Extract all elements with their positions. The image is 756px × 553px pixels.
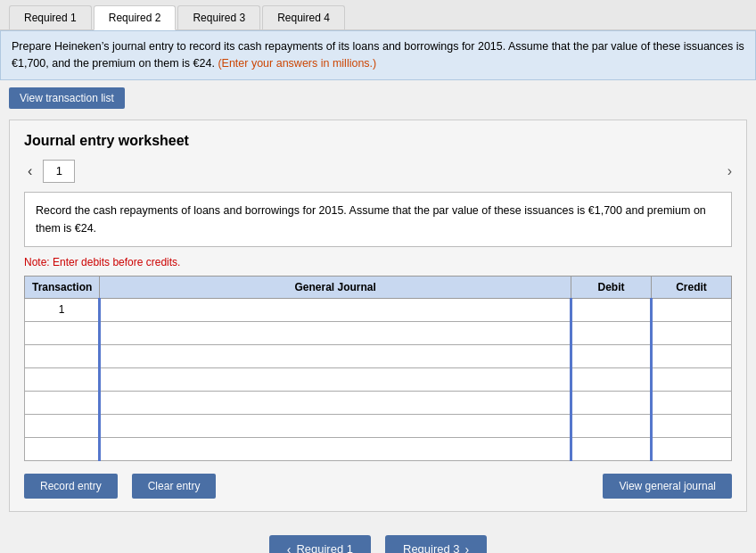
transaction-cell (25, 391, 100, 414)
credit-cell (652, 414, 732, 437)
debit-cell (571, 367, 652, 391)
credit-cell (652, 391, 732, 414)
worksheet-container: Journal entry worksheet ‹ 1 › Record the… (9, 120, 747, 512)
credit-input[interactable] (653, 415, 731, 437)
next-required-label: Required 3 (403, 542, 460, 553)
transaction-cell (25, 367, 100, 391)
credit-input[interactable] (653, 392, 731, 414)
instruction-text: Prepare Heineken’s journal entry to reco… (12, 40, 744, 70)
credit-cell (652, 437, 732, 460)
table-row (25, 437, 732, 460)
view-general-journal-button[interactable]: View general journal (603, 474, 732, 499)
general-journal-input[interactable] (101, 415, 570, 437)
instruction-highlight: (Enter your answers in millions.) (218, 57, 376, 70)
general-journal-input[interactable] (101, 368, 570, 391)
next-chevron-icon: › (465, 542, 470, 554)
table-row (25, 367, 732, 391)
description-box: Record the cash repayments of loans and … (24, 192, 732, 247)
btn-area: View transaction list (0, 80, 756, 116)
action-row: Record entry Clear entry View general jo… (24, 474, 732, 499)
note-text: Note: Enter debits before credits. (24, 256, 732, 268)
general-journal-cell (100, 414, 571, 437)
journal-table: Transaction General Journal Debit Credit… (24, 276, 732, 461)
debit-input[interactable] (572, 299, 650, 321)
tabs-bar: Required 1 Required 2 Required 3 Require… (0, 0, 756, 30)
worksheet-title: Journal entry worksheet (24, 133, 732, 149)
debit-cell (571, 437, 652, 460)
table-row (25, 414, 732, 437)
debit-input[interactable] (572, 438, 650, 460)
general-journal-cell (100, 437, 571, 460)
col-header-transaction: Transaction (25, 276, 100, 298)
nav-row: ‹ 1 › (24, 160, 732, 183)
page-number: 1 (43, 160, 75, 183)
debit-cell (571, 298, 652, 321)
transaction-cell (25, 437, 100, 460)
table-row: 1 (25, 298, 732, 321)
credit-input[interactable] (653, 345, 731, 367)
general-journal-cell (100, 391, 571, 414)
table-row (25, 321, 732, 344)
credit-cell (652, 321, 732, 344)
transaction-cell: 1 (25, 298, 100, 321)
debit-cell (571, 321, 652, 344)
credit-input[interactable] (653, 322, 731, 344)
prev-required-button[interactable]: ‹ Required 1 (269, 535, 371, 554)
credit-cell (652, 298, 732, 321)
prev-required-label: Required 1 (296, 542, 353, 553)
debit-input[interactable] (572, 368, 650, 391)
general-journal-input[interactable] (101, 392, 570, 414)
clear-entry-button[interactable]: Clear entry (132, 474, 217, 499)
credit-input[interactable] (653, 299, 731, 321)
record-entry-button[interactable]: Record entry (24, 474, 118, 499)
description-text: Record the cash repayments of loans and … (36, 204, 706, 235)
general-journal-cell (100, 367, 571, 391)
instruction-banner: Prepare Heineken’s journal entry to reco… (0, 30, 756, 80)
table-row (25, 344, 732, 367)
next-page-button[interactable]: › (727, 163, 732, 179)
col-header-credit: Credit (652, 276, 732, 298)
col-header-journal: General Journal (100, 276, 571, 298)
credit-input[interactable] (653, 438, 731, 460)
prev-page-button[interactable]: ‹ (24, 163, 36, 179)
tab-required-2[interactable]: Required 2 (94, 5, 177, 30)
debit-cell (571, 391, 652, 414)
debit-input[interactable] (572, 392, 650, 414)
nav-left: ‹ 1 (24, 160, 75, 183)
general-journal-input[interactable] (101, 345, 570, 367)
transaction-cell (25, 321, 100, 344)
debit-input[interactable] (572, 415, 650, 437)
transaction-cell (25, 344, 100, 367)
general-journal-cell (100, 298, 571, 321)
debit-input[interactable] (572, 322, 650, 344)
credit-cell (652, 367, 732, 391)
general-journal-input[interactable] (101, 322, 570, 344)
tab-required-3[interactable]: Required 3 (177, 5, 260, 29)
view-transaction-button[interactable]: View transaction list (9, 87, 125, 109)
tab-required-4[interactable]: Required 4 (262, 5, 345, 29)
tab-required-1[interactable]: Required 1 (9, 5, 92, 29)
debit-input[interactable] (572, 345, 650, 367)
next-required-button[interactable]: Required 3 › (385, 535, 487, 554)
debit-cell (571, 344, 652, 367)
table-row (25, 391, 732, 414)
prev-chevron-icon: ‹ (287, 542, 292, 554)
general-journal-input[interactable] (101, 438, 570, 460)
transaction-cell (25, 414, 100, 437)
bottom-nav: ‹ Required 1 Required 3 › (0, 521, 756, 554)
credit-cell (652, 344, 732, 367)
debit-cell (571, 414, 652, 437)
col-header-debit: Debit (571, 276, 652, 298)
general-journal-cell (100, 344, 571, 367)
credit-input[interactable] (653, 368, 731, 391)
general-journal-cell (100, 321, 571, 344)
general-journal-input[interactable] (101, 299, 570, 321)
